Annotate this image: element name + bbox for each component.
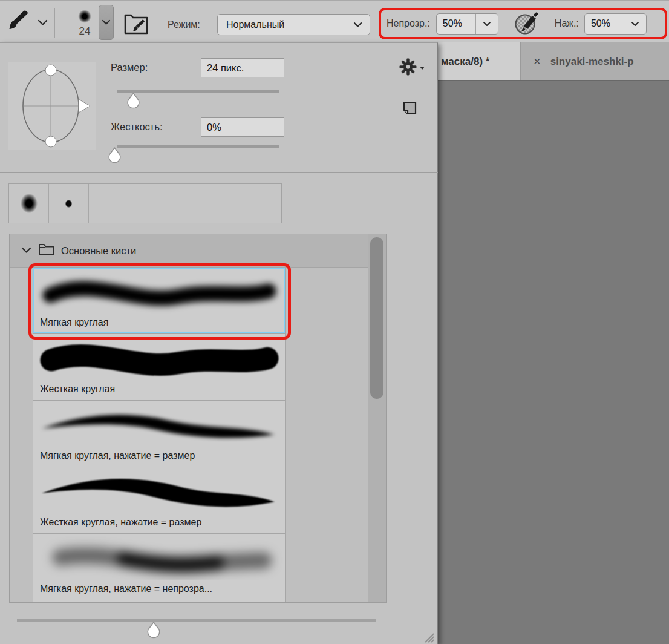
tab-document-inactive[interactable]: × sinyaki-meshki-p <box>520 42 669 80</box>
panel-bottom-slider-thumb[interactable] <box>146 622 160 638</box>
toggle-brush-settings-button[interactable] <box>123 10 149 38</box>
opacity-label: Непрозр.: <box>387 18 430 29</box>
list-scrollbar-track[interactable] <box>368 234 386 602</box>
brush-item-soft-pressure-size[interactable]: Мягкая круглая, нажатие = размер <box>33 401 286 467</box>
brush-item-soft-pressure-opacity[interactable]: Мягкая круглая, нажатие = непрозра... <box>33 534 286 600</box>
hardness-slider-track[interactable] <box>117 145 279 148</box>
tab-active-label: маска/8) * <box>441 56 489 68</box>
brush-item-label: Жесткая круглая, нажатие = размер <box>40 517 201 528</box>
panel-bottom-slider-track[interactable] <box>17 619 376 622</box>
tab-inactive-label: sinyaki-meshki-p <box>550 56 634 68</box>
document-tab-bar: маска/8) * × sinyaki-meshki-p <box>438 42 669 80</box>
size-slider-track[interactable] <box>117 90 279 93</box>
brush-stroke-preview <box>33 402 285 447</box>
hard-dot-icon <box>64 199 73 209</box>
brush-stroke-preview <box>33 468 285 513</box>
recent-brush-hard[interactable] <box>49 184 89 223</box>
brush-item-label: Мягкая круглая <box>40 317 108 328</box>
list-scrollbar-thumb[interactable] <box>370 237 383 399</box>
brush-preset-panel: Размер: 24 пикс. Жесткость: 0% <box>0 42 438 644</box>
brush-panel-folder-icon <box>123 27 149 38</box>
brush-tool-icon <box>6 10 29 36</box>
new-preset-button[interactable] <box>402 100 417 119</box>
brush-item-label: Жесткая круглая <box>40 384 115 395</box>
size-label: Размер: <box>111 62 148 73</box>
gear-icon <box>399 58 417 78</box>
recent-brushes-strip <box>8 183 282 223</box>
recent-brush-soft[interactable] <box>9 184 49 223</box>
panel-divider <box>0 172 438 172</box>
hardness-label: Жесткость: <box>111 121 163 133</box>
toolbar-separator <box>547 11 547 36</box>
opacity-dropdown-button[interactable] <box>475 14 498 34</box>
brush-stroke-preview <box>33 535 285 580</box>
pressure-field-group: 50% <box>584 13 647 34</box>
triangle-down-icon <box>419 66 425 70</box>
chevron-down-icon <box>353 19 362 30</box>
opacity-field-group: 50% <box>436 13 498 34</box>
size-slider-thumb[interactable] <box>126 93 140 109</box>
opacity-input[interactable]: 50% <box>437 14 475 34</box>
brush-item-label: Мягкая круглая, нажатие = размер <box>40 450 195 461</box>
brush-tip-shape-editor[interactable] <box>8 62 96 150</box>
blend-mode-value: Нормальный <box>226 19 284 30</box>
brush-item-soft-round[interactable]: Мягкая круглая <box>33 268 286 334</box>
brush-item-partial[interactable] <box>33 600 286 603</box>
brush-preset-list: Основные кисти Мягкая круглая Жесткая кр… <box>9 234 387 603</box>
size-input[interactable]: 24 пикс. <box>201 58 284 77</box>
brush-item-hard-pressure-size[interactable]: Жесткая круглая, нажатие = размер <box>33 467 286 534</box>
hardness-input[interactable]: 0% <box>201 117 284 137</box>
brush-preview-dot-icon <box>76 7 94 25</box>
chevron-down-icon <box>21 245 31 256</box>
pressure-input[interactable]: 50% <box>585 14 624 34</box>
pressure-dropdown-button[interactable] <box>624 14 646 34</box>
brush-tool-button[interactable] <box>6 10 48 36</box>
brush-preset-dropdown-button[interactable] <box>99 5 114 40</box>
brush-group-header[interactable]: Основные кисти <box>10 234 368 268</box>
options-bar: 24 Режим: Нормальный Непрозр.: 50% <box>0 0 669 42</box>
blend-mode-select[interactable]: Нормальный <box>217 14 370 35</box>
brush-preset-button[interactable]: 24 <box>71 7 99 38</box>
brush-stroke-preview <box>33 335 285 380</box>
new-preset-icon <box>402 108 417 118</box>
panel-resize-grip[interactable] <box>419 628 435 644</box>
brush-item-hard-round[interactable]: Жесткая круглая <box>33 334 286 401</box>
document-canvas[interactable] <box>438 80 669 644</box>
brush-size-badge: 24 <box>71 25 99 38</box>
tab-document-active[interactable]: маска/8) * <box>438 42 520 80</box>
brush-group-label: Основные кисти <box>61 245 136 257</box>
brush-stroke-preview <box>33 269 285 314</box>
airbrush-icon[interactable] <box>513 9 541 38</box>
opacity-pressure-highlight: Непрозр.: 50% <box>379 8 667 39</box>
hardness-slider-thumb[interactable] <box>108 147 122 163</box>
mode-label: Режим: <box>168 19 200 30</box>
panel-menu-button[interactable] <box>399 58 425 78</box>
close-icon[interactable]: × <box>534 54 541 68</box>
toolbar-separator <box>157 8 157 38</box>
chevron-down-icon <box>38 18 48 28</box>
soft-dot-icon <box>18 190 41 217</box>
brush-item-label: Мягкая круглая, нажатие = непрозра... <box>40 583 212 594</box>
toolbar-separator <box>54 8 55 38</box>
folder-icon <box>38 243 54 258</box>
pressure-label: Наж.: <box>555 18 579 29</box>
